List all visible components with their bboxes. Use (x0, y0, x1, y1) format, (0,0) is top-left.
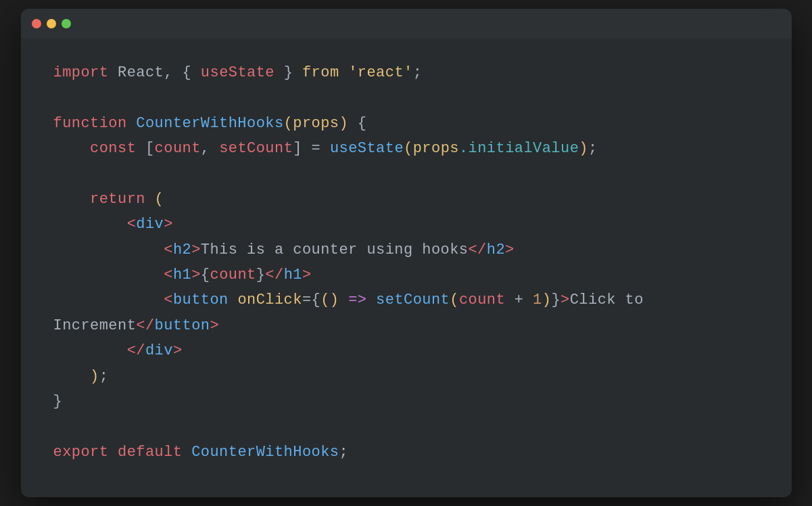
blank-line (53, 85, 759, 110)
minimize-button[interactable] (47, 19, 56, 28)
code-line-16: export default CounterWithHooks; (53, 440, 759, 465)
code-line-6: return ( (53, 187, 759, 212)
code-line-12: </div> (53, 338, 759, 363)
blank-line-2 (53, 161, 759, 186)
code-line-1: import React, { useState } from 'react'; (53, 60, 759, 85)
code-line-11: Increment</button> (53, 313, 759, 338)
code-block: import React, { useState } from 'react';… (21, 39, 792, 497)
code-line-8: <h2>This is a counter using hooks</h2> (53, 237, 759, 262)
code-line-13: ); (53, 364, 759, 389)
editor-window: import React, { useState } from 'react';… (21, 9, 792, 497)
code-line-4: const [count, setCount] = useState(props… (53, 136, 759, 161)
code-line-7: <div> (53, 212, 759, 237)
titlebar (21, 9, 792, 39)
code-line-14: } (53, 389, 759, 414)
maximize-button[interactable] (62, 19, 71, 28)
close-button[interactable] (32, 19, 41, 28)
code-line-9: <h1>{count}</h1> (53, 262, 759, 288)
blank-line-3 (53, 414, 759, 439)
code-line-10: <button onClick={() => setCount(count + … (53, 288, 759, 313)
code-line-3: function CounterWithHooks(props) { (53, 111, 759, 136)
